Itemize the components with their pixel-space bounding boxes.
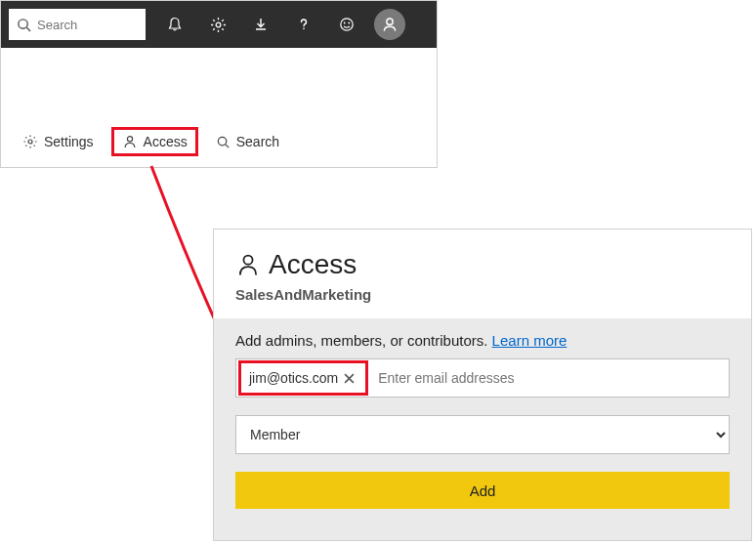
svg-line-10 bbox=[226, 144, 229, 147]
svg-point-0 bbox=[19, 19, 27, 27]
access-header: Access SalesAndMarketing bbox=[214, 230, 751, 318]
search-icon bbox=[216, 135, 231, 149]
dark-toolbar bbox=[1, 1, 437, 48]
download-icon[interactable] bbox=[239, 1, 282, 48]
spacer bbox=[1, 48, 437, 116]
instruction-label: Add admins, members, or contributors. bbox=[235, 332, 492, 349]
learn-more-link[interactable]: Learn more bbox=[492, 332, 567, 349]
close-icon[interactable] bbox=[340, 369, 357, 387]
search-box[interactable] bbox=[9, 9, 146, 40]
tab-label: Access bbox=[144, 134, 188, 149]
svg-point-4 bbox=[344, 22, 346, 24]
svg-point-6 bbox=[387, 19, 393, 24]
svg-point-9 bbox=[218, 137, 226, 145]
add-button[interactable]: Add bbox=[235, 472, 730, 509]
access-body: Add admins, members, or contributors. Le… bbox=[214, 318, 751, 530]
svg-line-1 bbox=[26, 27, 30, 31]
help-icon[interactable] bbox=[282, 1, 325, 48]
person-icon bbox=[122, 134, 138, 149]
search-input[interactable] bbox=[37, 18, 138, 32]
tab-settings[interactable]: Settings bbox=[13, 128, 104, 155]
svg-point-2 bbox=[216, 22, 221, 27]
access-panel: Access SalesAndMarketing Add admins, mem… bbox=[213, 229, 752, 541]
tab-label: Search bbox=[236, 134, 279, 149]
notifications-icon[interactable] bbox=[153, 1, 196, 48]
profile-avatar[interactable] bbox=[368, 1, 411, 48]
svg-point-11 bbox=[243, 256, 252, 265]
gear-icon bbox=[22, 134, 38, 149]
svg-point-7 bbox=[28, 140, 32, 144]
person-icon bbox=[235, 252, 261, 277]
tab-search[interactable]: Search bbox=[206, 128, 289, 155]
svg-point-5 bbox=[348, 22, 350, 24]
access-title: Access bbox=[269, 249, 357, 280]
tab-access[interactable]: Access bbox=[111, 127, 198, 156]
chip-text: jim@otics.com bbox=[249, 370, 338, 386]
email-field-row: jim@otics.com bbox=[235, 358, 730, 398]
tab-label: Settings bbox=[44, 134, 94, 149]
svg-point-3 bbox=[341, 19, 353, 30]
top-panel: Settings Access Search bbox=[0, 0, 438, 168]
tab-row: Settings Access Search bbox=[1, 116, 437, 167]
access-subtitle: SalesAndMarketing bbox=[235, 286, 730, 303]
toolbar-icons bbox=[153, 1, 411, 48]
instruction-text: Add admins, members, or contributors. Le… bbox=[235, 332, 730, 349]
email-chip: jim@otics.com bbox=[238, 360, 368, 396]
search-icon bbox=[17, 18, 31, 32]
svg-point-8 bbox=[127, 137, 132, 142]
role-select[interactable]: Member bbox=[235, 415, 730, 454]
gear-icon[interactable] bbox=[196, 1, 239, 48]
feedback-icon[interactable] bbox=[325, 1, 368, 48]
access-title-row: Access bbox=[235, 249, 730, 280]
email-input[interactable] bbox=[370, 359, 729, 397]
